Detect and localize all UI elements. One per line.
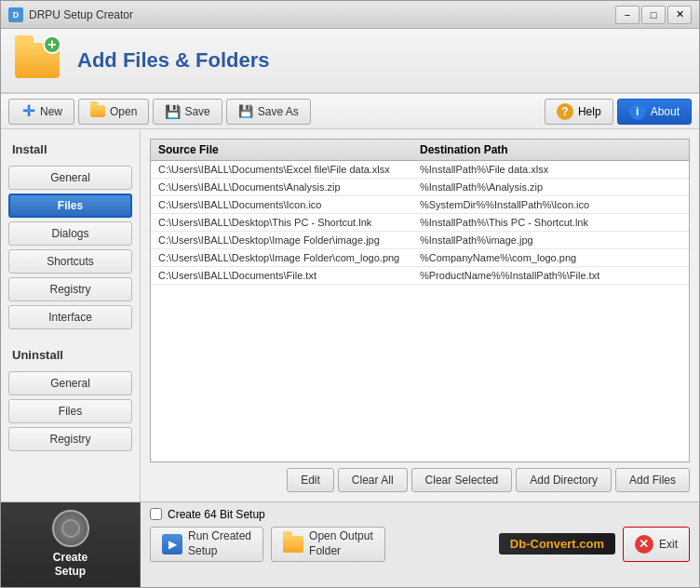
create-setup-panel: Create Setup bbox=[1, 502, 141, 587]
open-icon bbox=[90, 104, 105, 119]
save-as-button[interactable]: 💾 Save As bbox=[226, 99, 311, 125]
edit-button[interactable]: Edit bbox=[287, 468, 334, 492]
header-title: Add Files & Folders bbox=[77, 48, 270, 73]
clear-selected-button[interactable]: Clear Selected bbox=[411, 468, 513, 492]
table-row[interactable]: C:\Users\IBALL\Desktop\Image Folder\imag… bbox=[151, 232, 689, 249]
about-label: About bbox=[651, 105, 680, 118]
title-bar: D DRPU Setup Creator − □ ✕ bbox=[1, 1, 699, 29]
source-column-header: Source File bbox=[158, 143, 420, 156]
table-row[interactable]: C:\Users\IBALL\Documents\Icon.ico%System… bbox=[151, 196, 689, 214]
table-actions: Edit Clear All Clear Selected Add Direct… bbox=[150, 468, 690, 492]
table-body: C:\Users\IBALL\Documents\Excel file\File… bbox=[151, 161, 689, 285]
save-button[interactable]: 💾 Save bbox=[153, 99, 222, 125]
exit-label: Exit bbox=[659, 538, 678, 551]
exit-button[interactable]: ✕ Exit bbox=[623, 527, 690, 562]
create-64bit-label: Create 64 Bit Setup bbox=[168, 508, 265, 521]
table-row[interactable]: C:\Users\IBALL\Desktop\This PC - Shortcu… bbox=[151, 214, 689, 232]
open-output-button[interactable]: Open OutputFolder bbox=[271, 527, 385, 562]
install-section-title: Install bbox=[12, 142, 132, 156]
dest-cell: %InstallPath%\Analysis.zip bbox=[420, 181, 681, 193]
table-header: Source File Destination Path bbox=[151, 140, 689, 161]
info-icon: i bbox=[629, 103, 646, 120]
sidebar-item-dialogs[interactable]: Dialogs bbox=[8, 221, 132, 246]
window-controls: − □ ✕ bbox=[615, 6, 692, 24]
sidebar: Install General Files Dialogs Shortcuts … bbox=[1, 129, 141, 501]
create-64bit-checkbox[interactable] bbox=[150, 508, 162, 520]
dest-column-header: Destination Path bbox=[420, 143, 681, 156]
sidebar-item-registry-uninstall[interactable]: Registry bbox=[8, 427, 132, 451]
source-cell: C:\Users\IBALL\Desktop\Image Folder\com_… bbox=[158, 252, 420, 263]
exit-icon: ✕ bbox=[635, 535, 653, 554]
window-title: DRPU Setup Creator bbox=[29, 8, 615, 21]
source-cell: C:\Users\IBALL\Documents\Icon.ico bbox=[158, 199, 420, 210]
sidebar-item-files-install[interactable]: Files bbox=[8, 194, 132, 218]
uninstall-section-title: Uninstall bbox=[12, 348, 132, 362]
close-button[interactable]: ✕ bbox=[667, 6, 692, 24]
new-icon: ✛ bbox=[20, 104, 35, 119]
sidebar-item-files-uninstall[interactable]: Files bbox=[8, 399, 132, 423]
run-setup-label: Run CreatedSetup bbox=[188, 529, 251, 558]
help-button[interactable]: ? Help bbox=[545, 99, 613, 125]
minimize-button[interactable]: − bbox=[615, 6, 639, 24]
folder-icon-small bbox=[283, 536, 303, 553]
help-icon: ? bbox=[557, 103, 573, 120]
dest-cell: %CompanyName%\com_logo.png bbox=[420, 252, 681, 263]
file-table: Source File Destination Path C:\Users\IB… bbox=[150, 139, 690, 462]
maximize-button[interactable]: □ bbox=[641, 6, 666, 24]
dest-cell: %ProductName%%InstallPath%\File.txt bbox=[420, 270, 681, 281]
content-area: Source File Destination Path C:\Users\IB… bbox=[141, 129, 699, 501]
source-cell: C:\Users\IBALL\Documents\File.txt bbox=[158, 270, 420, 281]
open-label: Open bbox=[110, 105, 137, 118]
table-row[interactable]: C:\Users\IBALL\Desktop\Image Folder\com_… bbox=[151, 249, 689, 267]
add-icon: + bbox=[43, 35, 61, 54]
save-label: Save bbox=[184, 105, 209, 118]
about-button[interactable]: i About bbox=[617, 99, 692, 125]
main-window: D DRPU Setup Creator − □ ✕ + Add Files &… bbox=[0, 0, 700, 588]
dest-cell: %InstallPath%\This PC - Shortcut.lnk bbox=[420, 217, 681, 228]
open-output-label: Open OutputFolder bbox=[309, 529, 373, 558]
save-as-label: Save As bbox=[258, 105, 299, 118]
watermark: Db-Convert.com bbox=[499, 533, 615, 555]
run-setup-button[interactable]: ▶ Run CreatedSetup bbox=[150, 527, 263, 562]
sidebar-item-registry-install[interactable]: Registry bbox=[8, 277, 132, 301]
source-cell: C:\Users\IBALL\Desktop\Image Folder\imag… bbox=[158, 234, 420, 246]
sidebar-item-general-uninstall[interactable]: General bbox=[8, 371, 132, 395]
source-cell: C:\Users\IBALL\Documents\Excel file\File… bbox=[158, 164, 420, 175]
toolbar: ✛ New Open 💾 Save 💾 Save As ? Help i Abo… bbox=[1, 94, 699, 129]
dest-cell: %SystemDir%%InstallPath%\Icon.ico bbox=[420, 199, 681, 210]
new-label: New bbox=[40, 105, 62, 118]
table-row[interactable]: C:\Users\IBALL\Documents\Excel file\File… bbox=[151, 161, 689, 179]
bottom-section: Create Setup Create 64 Bit Setup ▶ Run C… bbox=[1, 501, 699, 587]
create-setup-label: Create Setup bbox=[53, 551, 88, 580]
bottom-actions: ▶ Run CreatedSetup Open OutputFolder Db-… bbox=[150, 527, 690, 562]
bottom-right: Create 64 Bit Setup ▶ Run CreatedSetup O… bbox=[141, 502, 699, 587]
open-button[interactable]: Open bbox=[78, 99, 149, 125]
source-cell: C:\Users\IBALL\Documents\Analysis.zip bbox=[158, 181, 420, 193]
app-icon: D bbox=[8, 7, 23, 22]
clear-all-button[interactable]: Clear All bbox=[338, 468, 408, 492]
dest-cell: %InstallPath%\File data.xlsx bbox=[420, 164, 681, 175]
main-content: Install General Files Dialogs Shortcuts … bbox=[1, 129, 699, 501]
dest-cell: %InstallPath%\image.jpg bbox=[420, 234, 681, 246]
header-bar: + Add Files & Folders bbox=[1, 29, 699, 94]
sidebar-item-shortcuts[interactable]: Shortcuts bbox=[8, 249, 132, 274]
source-cell: C:\Users\IBALL\Desktop\This PC - Shortcu… bbox=[158, 217, 420, 228]
table-row[interactable]: C:\Users\IBALL\Documents\Analysis.zip%In… bbox=[151, 179, 689, 196]
run-icon: ▶ bbox=[162, 534, 182, 555]
new-button[interactable]: ✛ New bbox=[8, 99, 74, 125]
checkbox-row: Create 64 Bit Setup bbox=[150, 508, 690, 521]
sidebar-item-general-install[interactable]: General bbox=[8, 166, 132, 190]
add-directory-button[interactable]: Add Directory bbox=[516, 468, 612, 492]
gear-icon bbox=[52, 510, 89, 547]
header-icon: + bbox=[15, 35, 66, 87]
save-as-icon: 💾 bbox=[238, 104, 253, 119]
save-icon: 💾 bbox=[165, 104, 180, 119]
help-label: Help bbox=[578, 105, 601, 118]
table-row[interactable]: C:\Users\IBALL\Documents\File.txt%Produc… bbox=[151, 267, 689, 285]
sidebar-item-interface[interactable]: Interface bbox=[8, 305, 132, 329]
add-files-button[interactable]: Add Files bbox=[615, 468, 690, 492]
